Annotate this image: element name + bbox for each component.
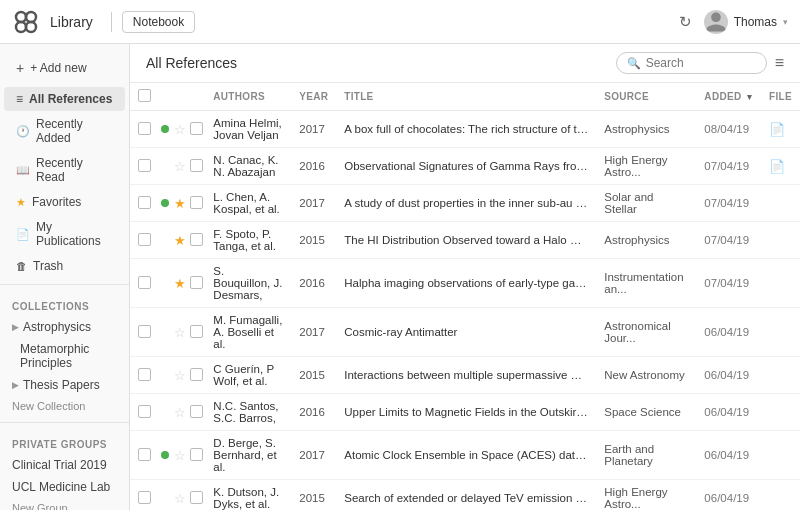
row-source-8: Earth and Planetary: [596, 431, 696, 480]
row-cb-0[interactable]: [188, 111, 205, 148]
file-icon[interactable]: 📄: [769, 159, 785, 174]
star-empty[interactable]: ☆: [174, 405, 186, 420]
col-header-year[interactable]: YEAR: [291, 83, 336, 111]
row-check-8[interactable]: [130, 431, 159, 480]
sidebar-item-my-publications[interactable]: 📄 My Publications: [4, 215, 125, 253]
row-cb-9[interactable]: [188, 480, 205, 511]
row-cb-8[interactable]: [188, 431, 205, 480]
row-check-3[interactable]: [130, 222, 159, 259]
star-empty[interactable]: ☆: [174, 325, 186, 340]
star-empty[interactable]: ☆: [174, 159, 186, 174]
filter-icon[interactable]: ≡: [775, 54, 784, 72]
row-checkbox-3[interactable]: [138, 233, 151, 246]
col-header-title[interactable]: TITLE: [336, 83, 596, 111]
row-cb-4[interactable]: [188, 259, 205, 308]
row-cb-5[interactable]: [188, 308, 205, 357]
sidebar-item-recently-read[interactable]: 📖 Recently Read: [4, 151, 125, 189]
col-header-source[interactable]: SOURCE: [596, 83, 696, 111]
row-cb-6[interactable]: [188, 357, 205, 394]
row-star-1[interactable]: ☆: [172, 148, 188, 185]
star-empty[interactable]: ☆: [174, 491, 186, 506]
row-file-6: [761, 357, 800, 394]
row-year-8: 2017: [291, 431, 336, 480]
row-cb-2[interactable]: [188, 185, 205, 222]
row-checkbox-9[interactable]: [138, 491, 151, 504]
row-checkbox-1[interactable]: [138, 159, 151, 172]
sidebar: + + Add new ≡ All References 🕐 Recently …: [0, 44, 130, 510]
row-checkbox-6[interactable]: [138, 368, 151, 381]
row-cb-box-8[interactable]: [190, 448, 203, 461]
new-group-button[interactable]: New Group: [0, 498, 129, 510]
row-check-4[interactable]: [130, 259, 159, 308]
row-check-2[interactable]: [130, 185, 159, 222]
row-star-7[interactable]: ☆: [172, 394, 188, 431]
star-empty[interactable]: ☆: [174, 448, 186, 463]
row-cb-box-9[interactable]: [190, 491, 203, 504]
sidebar-item-trash[interactable]: 🗑 Trash: [4, 254, 125, 278]
row-star-0[interactable]: ☆: [172, 111, 188, 148]
search-input[interactable]: [646, 56, 756, 70]
row-cb-7[interactable]: [188, 394, 205, 431]
col-header-authors[interactable]: AUTHORS: [205, 83, 291, 111]
row-added-1: 07/04/19: [696, 148, 761, 185]
row-check-9[interactable]: [130, 480, 159, 511]
header-checkbox[interactable]: [138, 89, 151, 102]
table-row: ☆ K. Dutson, J. Dyks, et al. 2015 Search…: [130, 480, 800, 511]
row-cb-box-7[interactable]: [190, 405, 203, 418]
user-area[interactable]: Thomas ▾: [704, 10, 788, 34]
col-header-added[interactable]: ADDED ▾: [696, 83, 761, 111]
row-star-3[interactable]: ★: [172, 222, 188, 259]
sidebar-item-recently-added[interactable]: 🕐 Recently Added: [4, 112, 125, 150]
row-check-0[interactable]: [130, 111, 159, 148]
row-cb-3[interactable]: [188, 222, 205, 259]
row-checkbox-4[interactable]: [138, 276, 151, 289]
row-cb-box-1[interactable]: [190, 159, 203, 172]
sidebar-collection-metamorphic[interactable]: Metamorphic Principles: [0, 338, 129, 374]
row-cb-box-3[interactable]: [190, 233, 203, 246]
row-file-0[interactable]: 📄: [761, 111, 800, 148]
row-star-9[interactable]: ☆: [172, 480, 188, 511]
row-star-6[interactable]: ☆: [172, 357, 188, 394]
row-checkbox-5[interactable]: [138, 325, 151, 338]
refresh-icon[interactable]: ↻: [679, 13, 692, 31]
row-checkbox-0[interactable]: [138, 122, 151, 135]
star-filled[interactable]: ★: [174, 233, 186, 248]
file-icon[interactable]: 📄: [769, 122, 785, 137]
table-header-row: AUTHORS YEAR TITLE SOURCE ADDED ▾ FILE: [130, 83, 800, 111]
row-cb-box-6[interactable]: [190, 368, 203, 381]
sidebar-collection-thesis[interactable]: ▶ Thesis Papers: [0, 374, 129, 396]
row-checkbox-8[interactable]: [138, 448, 151, 461]
row-cb-box-4[interactable]: [190, 276, 203, 289]
row-star-5[interactable]: ☆: [172, 308, 188, 357]
sidebar-item-favorites[interactable]: ★ Favorites: [4, 190, 125, 214]
row-check-1[interactable]: [130, 148, 159, 185]
row-cb-box-2[interactable]: [190, 196, 203, 209]
sidebar-item-all-references[interactable]: ≡ All References: [4, 87, 125, 111]
search-box[interactable]: 🔍: [616, 52, 767, 74]
star-filled[interactable]: ★: [174, 276, 186, 291]
row-star-2[interactable]: ★: [172, 185, 188, 222]
row-check-7[interactable]: [130, 394, 159, 431]
row-star-4[interactable]: ★: [172, 259, 188, 308]
row-cb-1[interactable]: [188, 148, 205, 185]
row-status-3: [159, 222, 172, 259]
row-star-8[interactable]: ☆: [172, 431, 188, 480]
add-new-button[interactable]: + + Add new: [4, 55, 125, 81]
row-cb-box-5[interactable]: [190, 325, 203, 338]
sidebar-group-ucl[interactable]: UCL Medicine Lab: [0, 476, 129, 498]
notebook-button[interactable]: Notebook: [122, 11, 195, 33]
star-empty[interactable]: ☆: [174, 368, 186, 383]
new-collection-button[interactable]: New Collection: [0, 396, 129, 416]
row-checkbox-2[interactable]: [138, 196, 151, 209]
row-added-7: 06/04/19: [696, 394, 761, 431]
app-title: Library: [50, 14, 93, 30]
star-filled[interactable]: ★: [174, 196, 186, 211]
row-check-5[interactable]: [130, 308, 159, 357]
row-checkbox-7[interactable]: [138, 405, 151, 418]
row-cb-box-0[interactable]: [190, 122, 203, 135]
sidebar-collection-astrophysics[interactable]: ▶ Astrophysics: [0, 316, 129, 338]
sidebar-group-clinical[interactable]: Clinical Trial 2019: [0, 454, 129, 476]
row-file-1[interactable]: 📄: [761, 148, 800, 185]
star-empty[interactable]: ☆: [174, 122, 186, 137]
row-check-6[interactable]: [130, 357, 159, 394]
